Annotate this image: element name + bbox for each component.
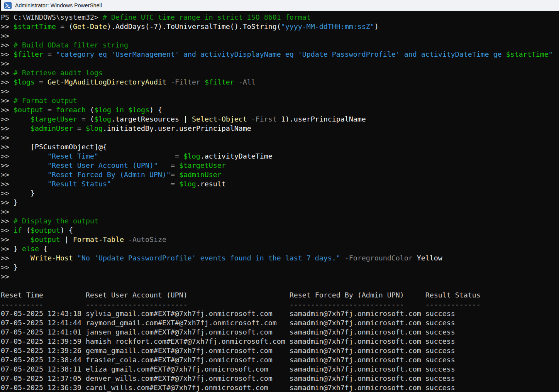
console-line: >> (1, 272, 559, 281)
console-line: >> if ($output) { (1, 226, 559, 235)
console-line: >> "Reset User Account (UPN)" = $targetU… (1, 161, 559, 170)
console-output[interactable]: PS C:\WINDOWS\system32> # Define UTC tim… (0, 11, 559, 392)
console-line: PS C:\WINDOWS\system32> # Define UTC tim… (1, 13, 559, 22)
powershell-window: Administrator: Windows PowerShell PS C:\… (0, 0, 559, 392)
powershell-icon[interactable] (4, 2, 12, 9)
console-line: >> # Retrieve audit logs (1, 68, 559, 78)
console-line: >> $output | Format-Table -AutoSize (1, 235, 559, 244)
console-line: >> Write-Host "No 'Update PasswordProfil… (1, 253, 559, 263)
console-line (1, 281, 559, 291)
console-line: >> $adminUser = $log.initiatedBy.user.us… (1, 124, 559, 133)
console-line: >> "Result Status" = $log.result (1, 179, 559, 189)
console-line: >> (1, 207, 559, 216)
table-row: 07-05-2025 12:41:44 raymond_gmail.com#EX… (1, 318, 559, 328)
console-line: >> $logs = Get-MgAuditLogDirectoryAudit … (1, 78, 559, 87)
console-line: >> } else { (1, 244, 559, 253)
table-row: 07-05-2025 12:39:26 gemma_gmaill.com#EXT… (1, 346, 559, 355)
console-line: >> # Format output (1, 96, 559, 105)
table-row: 07-05-2025 12:43:18 sylvia_gmail.com#EXT… (1, 309, 559, 318)
console-line: >> (1, 59, 559, 68)
console-line: >> $targetUser = ($log.targetResources |… (1, 115, 559, 124)
console-line: >> $output = foreach ($log in $logs) { (1, 105, 559, 115)
table-row: 07-05-2025 12:38:11 eliza_gmail.com#EXT#… (1, 365, 559, 374)
console-line: >> } (1, 263, 559, 272)
table-row: 07-05-2025 12:38:44 frasier_cola.com#EXT… (1, 355, 559, 365)
table-row: 07-05-2025 12:39:59 hamish_rockfort.com#… (1, 337, 559, 346)
console-line: >> "Reset Forced By (Admin UPN)"= $admin… (1, 170, 559, 179)
table-row: 07-05-2025 12:36:39 carol_wills.com#EXT#… (1, 383, 559, 392)
table-row: 07-05-2025 12:37:05 denver_wills.com#EXT… (1, 374, 559, 383)
console-line: >> (1, 133, 559, 142)
window-title: Administrator: Windows PowerShell (15, 2, 102, 8)
console-line: >> # Build OData filter string (1, 41, 559, 50)
console-line: >> "Reset Time" = $log.activityDateTime (1, 152, 559, 161)
console-line: >> # Display the output (1, 216, 559, 226)
console-line: >> $startTime = (Get-Date).AddDays(-7).T… (1, 22, 559, 31)
table-separator-line: ---------- ------------------------ ----… (1, 300, 559, 309)
title-bar[interactable]: Administrator: Windows PowerShell (0, 0, 559, 11)
console-line: >> [PSCustomObject]@{ (1, 142, 559, 152)
table-header-line: Reset Time Reset User Account (UPN) Rese… (1, 291, 559, 300)
console-line: >> $filter = "category eq 'UserManagemen… (1, 50, 559, 59)
console-line: >> (1, 87, 559, 96)
console-line: >> } (1, 189, 559, 198)
table-row: 07-05-2025 12:41:01 jansen_gmail.com#EXT… (1, 328, 559, 337)
console-line: >> (1, 31, 559, 41)
console-line: >> } (1, 198, 559, 207)
